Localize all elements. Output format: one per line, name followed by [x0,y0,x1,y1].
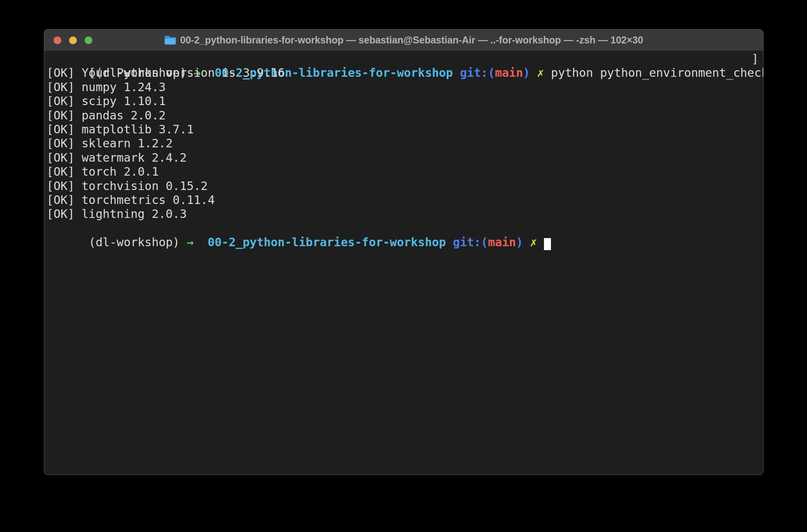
output-line: [OK] lightning 2.0.3 [47,207,760,221]
output-line: [OK] numpy 1.24.3 [47,80,760,94]
output-line: [OK] torchmetrics 0.11.4 [47,193,760,207]
output-line: [OK] torchvision 0.15.2 [47,179,760,193]
output-line: [OK] sklearn 1.2.2 [47,136,760,150]
git-prefix: git:( [453,235,488,249]
output-line: [OK] Your Python version is 3.9.16 [47,66,760,80]
terminal-window: 00-2_python-libraries-for-workshop — seb… [44,29,764,475]
command-line: [(dl-workshop)→00-2_python-libraries-for… [47,52,760,66]
titlebar[interactable]: 00-2_python-libraries-for-workshop — seb… [44,29,763,51]
output-line: [OK] watermark 2.4.2 [47,151,760,165]
desktop: { "window": { "title": "00-2_python-libr… [0,0,807,532]
zoom-button[interactable] [85,36,92,44]
git-branch: main [488,235,516,249]
folder-icon [164,35,176,45]
right-bracket: ] [752,52,759,66]
close-button[interactable] [54,36,61,44]
minimize-button[interactable] [69,36,77,44]
venv-label: (dl-workshop) [88,235,180,249]
traffic-lights [54,29,92,51]
title-group: 00-2_python-libraries-for-workshop — seb… [164,35,643,46]
window-title: 00-2_python-libraries-for-workshop — seb… [180,35,643,46]
current-prompt-line: (dl-workshop)→00-2_python-libraries-for-… [47,221,760,235]
prompt-arrow-icon: → [187,235,194,249]
text-cursor[interactable] [544,238,551,250]
output-line: [OK] matplotlib 3.7.1 [47,123,760,136]
output-line: [OK] torch 2.0.1 [47,165,760,179]
terminal-content[interactable]: [(dl-workshop)→00-2_python-libraries-for… [44,51,763,475]
directory-name: 00-2_python-libraries-for-workshop [208,235,446,249]
output-line: [OK] scipy 1.10.1 [47,94,760,108]
output-line: [OK] pandas 2.0.2 [47,109,760,123]
git-suffix: ) [516,235,523,249]
git-dirty-icon: ✗ [530,235,537,249]
